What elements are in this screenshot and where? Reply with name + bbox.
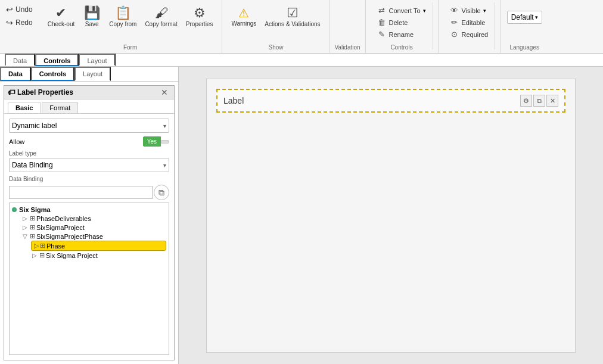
properties-icon: ⚙ [194,7,206,20]
convert-to-button[interactable]: ⇄ Convert To ▾ [374,5,429,16]
dynamic-label-arrow: ▾ [163,123,166,129]
warnings-button[interactable]: ⚠ Warnings [227,0,260,35]
language-dropdown[interactable]: Default ▾ [507,11,542,24]
data-binding-input[interactable] [9,186,153,199]
label-type-row: Label type Data Binding ▾ [9,150,169,172]
panel-tab-data[interactable]: Data [0,67,31,81]
label-type-label: Label type [9,150,169,157]
dynamic-label-dropdown[interactable]: Dynamic label ▾ [9,119,169,133]
properties-label: Properties [186,21,213,27]
visibility-group: 👁 Visible ▾ ✏ Editable ⊙ Required [439,0,501,53]
undo-label: Undo [15,5,33,14]
checkout-button[interactable]: ✔ Check-out [43,0,79,35]
show-buttons: ⚠ Warnings ☑ Actions & Validations [227,2,324,41]
expand-icon-4: ▷ [32,252,38,259]
save-button[interactable]: 💾 Save [79,0,105,35]
visible-label: Visible [462,7,481,14]
redo-icon: ↪ [6,18,13,27]
label-delete-button[interactable]: ✕ [546,95,558,107]
tree-node-1[interactable]: ▷ ⊞ SixSigmaProject [21,223,166,232]
expand-icon-1: ▷ [23,224,29,231]
undo-redo-group: ↩ Undo ↪ Redo [0,0,39,53]
languages-group-label: Languages [501,44,548,51]
label-type-dropdown[interactable]: Data Binding ▾ [9,158,169,172]
controls-group-label: Controls [366,44,438,51]
properties-button[interactable]: ⚙ Properties [182,0,217,35]
label-widget: Label ⚙ ⧉ ✕ [216,89,565,113]
inner-tab-format[interactable]: Format [42,102,78,113]
expand-icon-3: ▷ [34,242,39,250]
visible-icon: 👁 [450,6,459,15]
delete-button[interactable]: 🗑 Delete [374,17,429,28]
required-button[interactable]: ⊙ Required [447,29,492,40]
node-icon-3: ⊞ [40,242,45,250]
visible-button[interactable]: 👁 Visible ▾ [447,5,492,16]
inner-tab-basic[interactable]: Basic [8,102,41,113]
show-group: ⚠ Warnings ☑ Actions & Validations Show [222,0,330,53]
canvas-label-text: Label [223,96,244,105]
convert-icon: ⇄ [377,6,387,15]
tree-node-3[interactable]: ▷ ⊞ Phase [31,241,166,251]
node-label-0: PhaseDeliverables [36,215,91,222]
warnings-icon: ⚠ [238,7,249,19]
dialog-title-text: Label Properties [17,88,73,97]
allow-label: Allow [9,138,24,145]
node-label-1: SixSigmaProject [36,224,85,231]
form-group-label: Form [39,44,222,51]
tab-controls[interactable]: Controls [35,54,79,66]
actions-icon: ☑ [287,7,299,20]
save-label: Save [85,21,99,27]
copy-format-label: Copy format [145,21,177,27]
data-binding-section: Data Binding ⧉ Six Sigma [9,176,169,355]
canvas-area: Label ⚙ ⧉ ✕ [179,67,603,364]
form-buttons: ✔ Check-out 💾 Save 📋 Copy from 🖌 Copy fo… [43,2,217,41]
node-icon-4: ⊞ [39,251,45,259]
panel-tab-layout[interactable]: Layout [74,67,111,81]
tree-node-0[interactable]: ▷ ⊞ PhaseDeliverables [21,214,166,223]
expand-icon-2: ▽ [23,233,29,239]
tree-root: Six Sigma [12,206,166,214]
copy-format-button[interactable]: 🖌 Copy format [141,0,181,35]
left-panel: Data Controls Layout 🏷 Label Properties … [0,67,179,364]
tree-node-4[interactable]: ▷ ⊞ Six Sigma Project [31,251,166,260]
languages-group: Default ▾ Languages [501,0,548,53]
toggle-yes: Yes [143,136,161,147]
rename-label: Rename [389,31,414,38]
dialog-title: 🏷 Label Properties [8,88,73,97]
tab-layout[interactable]: Layout [79,54,115,66]
lang-arrow: ▾ [535,14,538,20]
node-label-4: Six Sigma Project [46,252,98,259]
allow-toggle[interactable]: Yes [143,136,169,147]
validation-group: Validation [330,0,366,53]
copy-format-icon: 🖌 [155,7,168,20]
actions-validations-label: Actions & Validations [265,21,320,27]
redo-button[interactable]: ↪ Redo [4,17,35,29]
editable-button[interactable]: ✏ Editable [447,17,492,28]
copy-from-button[interactable]: 📋 Copy from [105,0,141,35]
actions-validations-button[interactable]: ☑ Actions & Validations [260,0,324,35]
tab-data[interactable]: Data [5,54,35,66]
form-group: ✔ Check-out 💾 Save 📋 Copy from 🖌 Copy fo… [39,0,223,53]
rename-button[interactable]: ✎ Rename [374,29,429,40]
label-settings-button[interactable]: ⚙ [520,95,532,107]
save-icon: 💾 [84,7,100,20]
show-group-label: Show [222,44,329,51]
dynamic-label-value: Dynamic label [12,122,57,130]
data-binding-tree[interactable]: Six Sigma ▷ ⊞ PhaseDeliverables ▷ ⊞ [9,203,169,355]
label-copy-button[interactable]: ⧉ [533,95,545,107]
convert-arrow: ▾ [423,8,426,14]
dialog-close-button[interactable]: ✕ [158,88,170,97]
toggle-no [161,140,169,144]
undo-button[interactable]: ↩ Undo [4,4,35,15]
validation-label: Validation [330,44,365,51]
tree-subchildren: ▷ ⊞ Phase ▷ ⊞ Six Sigma Project [21,241,166,260]
data-binding-copy-button[interactable]: ⧉ [154,185,169,200]
redo-label: Redo [15,18,33,27]
root-dot [12,207,17,212]
editable-icon: ✏ [450,18,459,27]
visible-arrow: ▾ [483,8,486,14]
language-value: Default [511,13,534,21]
required-icon: ⊙ [450,30,459,39]
panel-tab-controls[interactable]: Controls [31,67,74,81]
tree-node-2[interactable]: ▽ ⊞ SixSigmaProjectPhase [21,232,166,241]
